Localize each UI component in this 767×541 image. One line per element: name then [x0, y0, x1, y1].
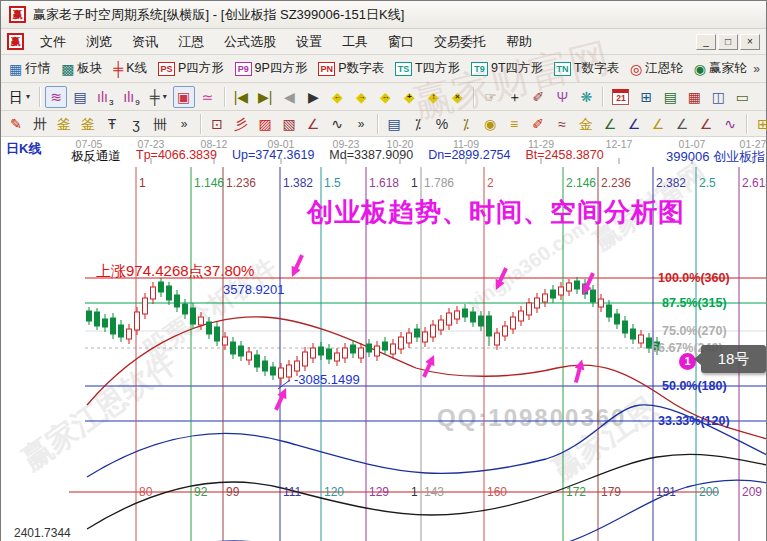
toolbar-button-last-page[interactable]: ▶|	[254, 86, 276, 108]
toolbar-button-next-bar[interactable]: ▶	[302, 86, 324, 108]
quotes-label: 行情	[25, 60, 50, 77]
toolbar-button-gold-box[interactable]: 金	[575, 113, 597, 135]
toolbar-button-export[interactable]: ▭	[731, 86, 753, 108]
toolbar-button-box-ruler[interactable]: ⊡	[206, 113, 228, 135]
toolbar-button-save[interactable]: ▦	[683, 86, 705, 108]
candle-body	[135, 312, 140, 330]
count-label: 99	[226, 485, 240, 499]
toolbar-button-compress-y[interactable]: ◆↕	[422, 86, 444, 108]
toolbar-button-t-number-table[interactable]: TNT数字表	[550, 58, 623, 80]
toolbar-button-bars-9[interactable]: ılı9	[119, 86, 143, 108]
toolbar-button-p-square[interactable]: PSP四方形	[154, 58, 228, 80]
toolbar-button-calculator[interactable]: ⊞	[635, 86, 657, 108]
toolbar-button-first-page[interactable]: |◀	[230, 86, 252, 108]
toolbar-button-notes[interactable]: ▤	[659, 86, 681, 108]
toolbar-button-gann-fan[interactable]: 彡	[230, 113, 252, 135]
toolbar-button-time-ruler[interactable]: Ŧ	[101, 113, 123, 135]
toolbar-button-candle-style[interactable]: ╪▾	[146, 86, 171, 108]
toolbar-main: ▦行情▩板块╪K线PSP四方形P99P四方形PNP数字表TST四方形T99T四方…	[1, 55, 766, 83]
menu-item-window[interactable]: 窗口	[378, 30, 424, 54]
toolbar-button-more-draw-2[interactable]: »	[350, 113, 372, 135]
toolbar-button-golden-gate-1[interactable]: 釜	[53, 113, 75, 135]
toolbar-button-crosshair-tool[interactable]: ＋	[503, 86, 525, 108]
toolbar-button-gann-wheel[interactable]: ◎江恩轮	[626, 58, 687, 80]
toolbar-separator	[473, 87, 474, 107]
menu-item-settings[interactable]: 设置	[286, 30, 332, 54]
toolbar-button-wave-2[interactable]: ∿	[719, 113, 741, 135]
menu-item-help[interactable]: 帮助	[496, 30, 542, 54]
toolbar-button-9t-square[interactable]: T99T四方形	[467, 58, 547, 80]
toolbar-button-hand-tool[interactable]: ☞	[479, 86, 501, 108]
toolbar-button-mark-pen[interactable]: ✐	[527, 113, 549, 135]
toolbar-button-t-square[interactable]: TST四方形	[391, 58, 464, 80]
toolbar-button-grid-dense[interactable]: 卌	[149, 113, 171, 135]
toolbar-button-spiral[interactable]: ʒ	[125, 113, 147, 135]
toolbar-button-gold-lines[interactable]: ≡	[503, 113, 525, 135]
toolbar-button-snapshot[interactable]: ◫	[707, 86, 729, 108]
toolbar-button-angle-j[interactable]: ∠	[599, 113, 621, 135]
toolbar-button-p-number-table[interactable]: PNP数字表	[314, 58, 388, 80]
day-count-tooltip: 18号	[701, 345, 766, 373]
toolbar-button-bars-3[interactable]: ılı3	[93, 86, 117, 108]
toolbar-button-percent-lines[interactable]: ⁒	[407, 113, 429, 135]
candle-style-caret-icon[interactable]: ▾	[163, 92, 167, 101]
candle-body	[455, 311, 460, 319]
menu-item-tools[interactable]: 工具	[332, 30, 378, 54]
toolbar-button-grid-gold[interactable]: ⊞	[752, 113, 767, 135]
toolbar-button-kline[interactable]: ╪K线	[109, 58, 151, 80]
toolbar-button-more-draw-1[interactable]: »	[173, 113, 195, 135]
menu-item-file[interactable]: 文件	[30, 30, 76, 54]
toolbar-button-angle-speed[interactable]: ∠	[671, 113, 693, 135]
minimize-button[interactable]: _	[696, 34, 716, 50]
restore-button[interactable]: □	[718, 34, 738, 50]
toolbar-button-percent-gold[interactable]: ⁒	[455, 113, 477, 135]
toolbar-button-brush[interactable]: ✎	[5, 113, 27, 135]
candle-body	[279, 368, 284, 378]
toolbar-button-cycle-tool[interactable]: ❋	[575, 86, 597, 108]
menu-item-news[interactable]: 资讯	[122, 30, 168, 54]
toolbar-button-golden-gate-2[interactable]: 釜	[77, 113, 99, 135]
toolbar-button-gann-tool[interactable]: Ψ	[551, 86, 573, 108]
toolbar-button-pan-left[interactable]: ◆←	[326, 86, 348, 108]
toolbar-button-angle-gold[interactable]: ∠	[647, 113, 669, 135]
toolbar-button-quotes[interactable]: ▦行情	[5, 58, 54, 80]
toolbar-button-period-day[interactable]: 日▾	[5, 86, 34, 108]
toolbar-button-angle-box[interactable]: ∠	[695, 113, 717, 135]
menu-item-gann[interactable]: 江恩	[168, 30, 214, 54]
toolbar-button-expand-x[interactable]: ◆↔	[374, 86, 396, 108]
toolbar-button-gold-circle[interactable]: ◉	[479, 113, 501, 135]
toolbar-button-angle-f[interactable]: ∠	[623, 113, 645, 135]
toolbar-button-percent[interactable]: %	[431, 113, 453, 135]
toolbar-button-calendar[interactable]: 21	[608, 86, 633, 108]
toolbar-button-zigzag[interactable]: ∿	[326, 113, 348, 135]
toolbar-button-angle-line[interactable]: ∠	[302, 113, 324, 135]
menu-item-trade[interactable]: 交易委托	[424, 30, 496, 54]
toolbar-button-sectors[interactable]: ▩板块	[57, 58, 106, 80]
toolbar-button-grid-lines[interactable]: 卅	[29, 113, 51, 135]
period-day-caret-icon[interactable]: ▾	[26, 92, 30, 101]
9p-square-label: 9P四方形	[255, 60, 308, 77]
close-button[interactable]: ×	[740, 34, 760, 50]
toolbar-button-prev-bar[interactable]: ◀	[278, 86, 300, 108]
menu-item-browse[interactable]: 浏览	[76, 30, 122, 54]
toolbar-button-report-window[interactable]: ▤	[69, 86, 91, 108]
toolbar-button-band-tool[interactable]: ▣	[173, 86, 195, 108]
menu-item-formula-stock-pick[interactable]: 公式选股	[214, 30, 286, 54]
toolbar-overflow-icon[interactable]: »	[753, 62, 762, 76]
toolbar-button-panel-list[interactable]: ▤	[383, 113, 405, 135]
toolbar-button-gann-square[interactable]: ▧	[278, 113, 300, 135]
toolbar-button-expand-xy[interactable]: ◆+	[398, 86, 420, 108]
toolbar-button-compress-xy[interactable]: ◆×	[446, 86, 468, 108]
toolbar-button-trend-window[interactable]: ≋	[45, 86, 67, 108]
toolbar-button-pan-right[interactable]: ◆→	[350, 86, 372, 108]
ratio-label: 1.618	[369, 176, 399, 190]
toolbar-button-wave-band[interactable]: ≈	[551, 113, 573, 135]
chart-panel: 赢家江恩软件股票分析软件www.yingjia360.com赢家江恩赢家财富网Q…	[1, 137, 766, 541]
indicator-values: 极反通道 Tp=4066.3839 Up=3747.3619 Md=3387.9…	[71, 148, 604, 165]
toolbar-button-color-wave[interactable]: ≃	[197, 86, 219, 108]
toolbar-button-winner-wheel[interactable]: ◉赢家轮	[690, 58, 751, 80]
toolbar-button-9p-square[interactable]: P99P四方形	[231, 58, 312, 80]
toolbar-button-measure-tool[interactable]: ✐	[527, 86, 549, 108]
count-label: 80	[139, 485, 153, 499]
toolbar-button-gann-box[interactable]: ▨	[254, 113, 276, 135]
